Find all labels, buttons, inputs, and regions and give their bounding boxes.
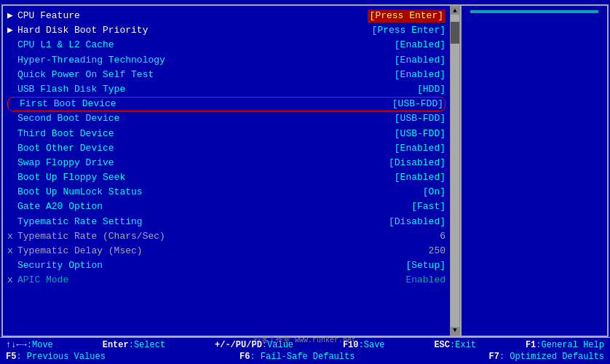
nav-key: +/-/PU/PD [215,340,262,350]
nav-item: ESC:Exit [434,340,476,350]
item-value: [USB-FDD] [395,112,445,125]
item-value: [USB-FDD] [395,127,445,141]
item-value: [Enabled] [395,142,445,155]
item-label: Boot Up Floppy Seek [17,171,395,184]
scroll-thumb [451,22,459,44]
nav-label: : Fail-Safe Defaults [250,352,354,362]
help-panel-title [470,10,598,13]
nav-row-2: F5: Previous ValuesF6: Fail-Safe Default… [3,351,607,363]
disabled-icon: x [7,274,17,287]
menu-item-third-boot[interactable]: Third Boot Device[USB-FDD] [7,127,445,141]
nav-item: F10:Save [343,340,385,350]
menu-item-security-option[interactable]: Security Option[Setup] [7,258,445,273]
item-label: Swap Floppy Drive [17,157,389,170]
submenu-arrow-icon: ▶ [7,9,17,23]
menu-item-typematic-rate-chars[interactable]: x Typematic Rate (Chars/Sec)6 [7,229,445,244]
menu-item-cpu-feature[interactable]: ▶CPU Feature[Press Enter] [7,9,445,23]
nav-label: : Previous Values [16,352,105,362]
item-value: [Enabled] [395,39,445,52]
menu-item-apic-mode[interactable]: x APIC ModeEnabled [7,273,445,288]
menu-panel: ▶CPU Feature[Press Enter]▶Hard Disk Boot… [3,6,450,336]
nav-label: :General Help [536,340,604,350]
nav-key: Enter [103,340,129,350]
item-label: Hyper-Threading Technology [17,54,395,67]
nav-key: ↑↓←→ [6,340,27,350]
bios-screen: ▶CPU Feature[Press Enter]▶Hard Disk Boot… [0,0,610,364]
main-area: ▶CPU Feature[Press Enter]▶Hard Disk Boot… [1,4,609,337]
menu-item-usb-flash[interactable]: USB Flash Disk Type[HDD] [7,82,445,97]
nav-item: F6: Fail-Safe Defaults [239,352,354,362]
nav-key: F5 [6,352,16,362]
item-label: CPU L1 & L2 Cache [17,39,395,52]
nav-item: Enter:Select [103,340,165,350]
menu-item-quick-power[interactable]: Quick Power On Self Test[Enabled] [7,68,445,82]
nav-key: F7 [489,352,499,362]
menu-item-first-boot[interactable]: First Boot Device[USB-FDD] [7,97,445,111]
help-panel [462,6,607,336]
item-label: CPU Feature [17,9,368,23]
nav-item: F5: Previous Values [6,352,106,362]
item-value: [Enabled] [395,171,445,184]
menu-item-typematic-rate-setting[interactable]: Typematic Rate Setting[Disabled] [7,215,445,229]
nav-item: ↑↓←→:Move [6,340,53,350]
menu-item-cpu-cache[interactable]: CPU L1 & L2 Cache[Enabled] [7,38,445,52]
item-label: Typematic Rate Setting [17,215,389,229]
nav-key: F10 [343,340,359,350]
nav-key: F1 [526,340,536,350]
nav-label: :Value [262,340,293,350]
disabled-icon: x [7,230,17,243]
menu-item-hyper-threading[interactable]: Hyper-Threading Technology[Enabled] [7,53,445,68]
item-label: First Boot Device [20,98,392,111]
scrollbar[interactable]: ▲ ▼ [450,6,460,336]
menu-item-swap-floppy[interactable]: Swap Floppy Drive[Disabled] [7,156,445,170]
content-area: ▶CPU Feature[Press Enter]▶Hard Disk Boot… [3,6,607,336]
item-value: Enabled [405,274,445,287]
scroll-up-icon[interactable]: ▲ [453,7,456,15]
item-value: [On] [423,186,445,199]
menu-item-hdd-boot[interactable]: ▶Hard Disk Boot Priority[Press Enter] [7,23,445,38]
item-label: Hard Disk Boot Priority [17,24,372,37]
bottom-nav: ↑↓←→:MoveEnter:Select+/-/PU/PD:ValueF10:… [0,337,610,364]
item-value: [Fast] [411,200,445,213]
item-value: [Enabled] [395,68,445,82]
menu-item-boot-up-floppy[interactable]: Boot Up Floppy Seek[Enabled] [7,170,445,185]
nav-label: : Optimized Defaults [499,352,604,362]
scroll-down-icon[interactable]: ▼ [453,327,456,334]
item-value: [HDD] [417,83,445,96]
scroll-track [451,15,459,327]
nav-item: +/-/PU/PD:Value [215,340,293,350]
nav-label: :Exit [450,340,476,350]
item-label: USB Flash Disk Type [17,83,417,96]
item-value: [Press Enter] [368,9,445,23]
menu-item-boot-other[interactable]: Boot Other Device[Enabled] [7,141,445,156]
menu-item-numlock[interactable]: Boot Up NumLock Status[On] [7,185,445,199]
disabled-icon: x [7,245,17,258]
item-value: [Press Enter] [372,24,445,37]
nav-label: :Save [359,340,385,350]
item-label: Security Option [17,259,405,272]
menu-item-gate-a20[interactable]: Gate A20 Option[Fast] [7,199,445,214]
nav-item: F7: Optimized Defaults [489,352,604,362]
item-value: 250 [429,245,445,258]
item-label: Boot Up NumLock Status [17,186,423,199]
item-value: [Setup] [405,259,445,272]
item-value: [Enabled] [395,54,445,67]
item-label: APIC Mode [17,274,405,287]
item-label: Typematic Rate (Chars/Sec) [17,230,440,243]
nav-item: F1:General Help [526,340,604,350]
item-label: Gate A20 Option [17,200,411,213]
item-value: 6 [440,230,445,243]
item-value: [Disabled] [389,215,445,229]
menu-item-second-boot[interactable]: Second Boot Device[USB-FDD] [7,111,445,126]
item-label: Second Boot Device [17,112,395,125]
item-label: Quick Power On Self Test [17,68,395,82]
nav-label: :Select [129,340,165,350]
nav-key: ESC [434,340,450,350]
menu-item-typematic-delay[interactable]: x Typematic Delay (Msec)250 [7,244,445,258]
nav-row-1: ↑↓←→:MoveEnter:Select+/-/PU/PD:ValueF10:… [3,339,607,351]
item-label: Typematic Delay (Msec) [17,245,429,258]
item-value: [USB-FDD] [392,98,443,111]
item-label: Boot Other Device [17,142,395,155]
nav-key: F6 [239,352,250,362]
menu-list: ▶CPU Feature[Press Enter]▶Hard Disk Boot… [7,9,445,288]
